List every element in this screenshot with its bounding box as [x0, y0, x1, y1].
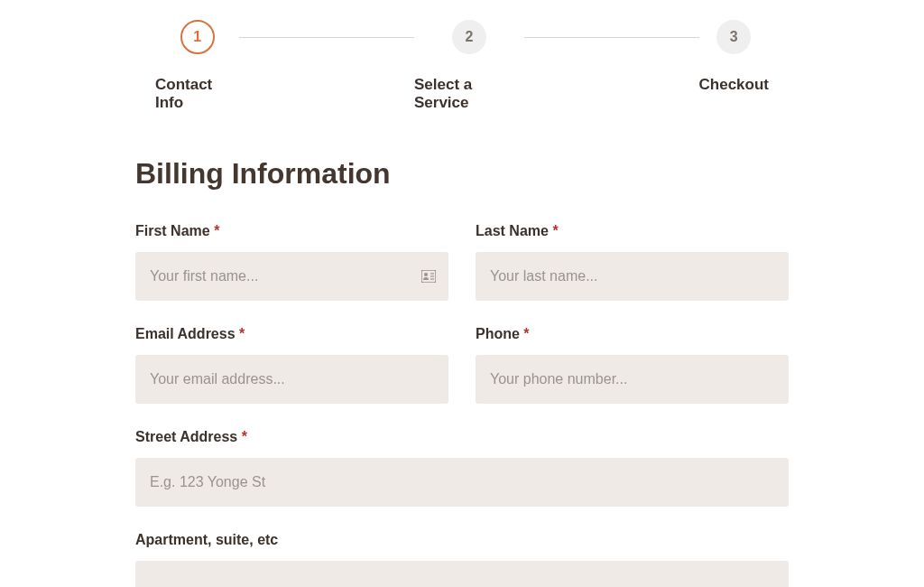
form-group-apartment: Apartment, suite, etc: [135, 532, 789, 587]
phone-input[interactable]: [476, 355, 789, 404]
apartment-label: Apartment, suite, etc: [135, 532, 789, 548]
street-label: Street Address *: [135, 429, 789, 445]
phone-label: Phone *: [476, 326, 789, 342]
step-line: [524, 37, 699, 38]
last-name-label: Last Name *: [476, 223, 789, 239]
first-name-label: First Name *: [135, 223, 448, 239]
email-input[interactable]: [135, 355, 448, 404]
form-group-last-name: Last Name *: [476, 223, 789, 301]
input-wrapper: [476, 355, 789, 404]
step-checkout[interactable]: 3 Checkout: [699, 20, 769, 94]
step-select-service[interactable]: 2 Select a Service: [414, 20, 524, 112]
input-wrapper: [135, 355, 448, 404]
form-title: Billing Information: [135, 157, 789, 191]
form-row-apartment: Apartment, suite, etc: [135, 532, 789, 587]
step-contact-info[interactable]: 1 Contact Info: [155, 20, 239, 112]
form-group-street: Street Address *: [135, 429, 789, 507]
step-label-1: Contact Info: [155, 76, 239, 112]
step-circle-1: 1: [180, 20, 215, 54]
step-label-2: Select a Service: [414, 76, 524, 112]
last-name-input[interactable]: [476, 252, 789, 301]
street-input[interactable]: [135, 458, 789, 507]
input-wrapper: [135, 252, 448, 301]
input-wrapper: [135, 561, 789, 587]
stepper: 1 Contact Info 2 Select a Service 3 Chec…: [155, 0, 769, 112]
form-group-email: Email Address *: [135, 326, 448, 404]
step-line: [239, 37, 414, 38]
input-wrapper: [476, 252, 789, 301]
step-circle-3: 3: [716, 20, 751, 54]
step-label-3: Checkout: [699, 76, 769, 94]
apartment-input[interactable]: [135, 561, 789, 587]
form-row-street: Street Address *: [135, 429, 789, 507]
billing-form: Billing Information First Name * Last: [0, 157, 924, 587]
first-name-input[interactable]: [135, 252, 448, 301]
step-circle-2: 2: [452, 20, 486, 54]
form-row-name: First Name * Last Name *: [135, 223, 789, 301]
email-label: Email Address *: [135, 326, 448, 342]
input-wrapper: [135, 458, 789, 507]
form-group-phone: Phone *: [476, 326, 789, 404]
form-row-contact: Email Address * Phone *: [135, 326, 789, 404]
form-group-first-name: First Name *: [135, 223, 448, 301]
